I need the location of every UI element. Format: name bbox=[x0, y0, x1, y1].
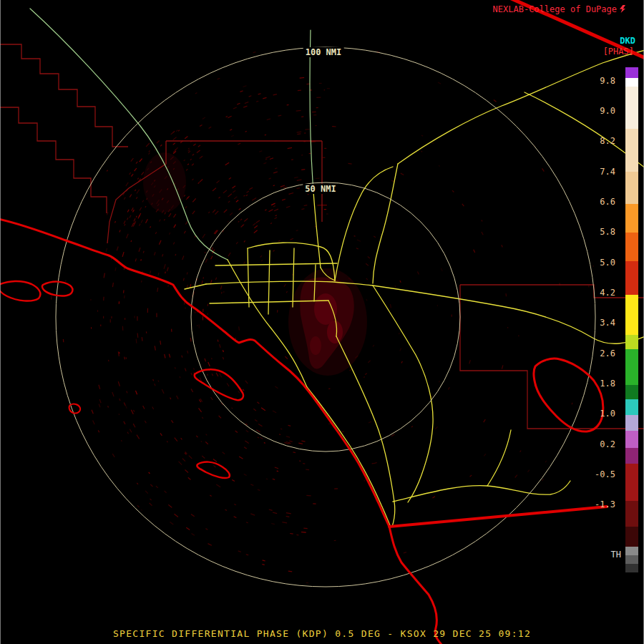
colorbar-tick: 9.0 bbox=[584, 106, 615, 116]
freeway-grid bbox=[248, 248, 249, 307]
radar-display: NEXLAB-College of DuPage DKD [PHAS] TH 9… bbox=[0, 0, 644, 644]
clutter-core bbox=[314, 293, 337, 325]
colorbar-tick: 1.0 bbox=[584, 409, 615, 419]
santa-barbara-island-outline bbox=[69, 404, 81, 414]
highway bbox=[393, 481, 570, 502]
highway bbox=[373, 164, 398, 283]
colorbar-tick: 4.2 bbox=[584, 288, 615, 298]
highway bbox=[487, 430, 511, 486]
radar-map-svg bbox=[0, 0, 644, 644]
colorbar-tick: 1.8 bbox=[584, 379, 615, 389]
colorbar-tick: -0.5 bbox=[584, 469, 615, 479]
colorbar-tick: 3.4 bbox=[584, 318, 615, 328]
san-clemente-island-outline bbox=[197, 462, 230, 478]
colorbar-tick: 0.2 bbox=[584, 439, 615, 449]
freeway-grid bbox=[215, 263, 337, 265]
colorbar-tick: 2.6 bbox=[584, 348, 615, 358]
highway-i5-coastal bbox=[307, 387, 390, 525]
colorbar-tick: 9.8 bbox=[584, 76, 615, 86]
freeway-grid bbox=[268, 250, 270, 314]
channel-islands-outline bbox=[0, 281, 40, 301]
primary-highways bbox=[185, 50, 644, 527]
colorbar-tick: -1.3 bbox=[584, 499, 615, 509]
threshold-label: TH bbox=[611, 550, 621, 560]
highway-101 bbox=[30, 9, 228, 260]
clutter-nw bbox=[143, 152, 186, 213]
colorbar-tick: 5.8 bbox=[584, 227, 615, 237]
colorbar-gradient bbox=[625, 67, 638, 572]
salton-sea-outline bbox=[534, 358, 603, 431]
range-ring-label-50nmi: 50 NMI bbox=[303, 184, 338, 194]
colorbar-tick: 8.2 bbox=[584, 136, 615, 146]
clutter-core bbox=[310, 336, 321, 355]
colorbar-tick: 5.0 bbox=[584, 258, 615, 268]
county-border-steps-1 bbox=[0, 44, 128, 147]
status-bar: SPECIFIC DIFFERENTIAL PHASE (KDP) 0.5 DE… bbox=[0, 628, 644, 639]
brand-label: NEXLAB-College of DuPage bbox=[493, 4, 617, 14]
range-ring-label-100nmi: 100 NMI bbox=[303, 47, 344, 57]
product-code-label: DKD bbox=[620, 36, 635, 46]
brand-text-row: NEXLAB-College of DuPage bbox=[493, 4, 625, 14]
colorbar-tick: 6.6 bbox=[584, 197, 615, 207]
catalina-island-outline bbox=[195, 369, 243, 400]
units-label: [PHAS] bbox=[603, 47, 634, 57]
left-edge-line bbox=[0, 0, 1, 644]
clutter-core bbox=[327, 321, 343, 343]
cod-logo-icon bbox=[620, 5, 625, 13]
county-border-riverside bbox=[460, 285, 644, 298]
highway bbox=[313, 192, 321, 268]
county-border-sandiego bbox=[460, 285, 644, 429]
county-border-steps-2 bbox=[0, 107, 107, 213]
colorbar-tick: 7.4 bbox=[584, 167, 615, 177]
mexico-border-line bbox=[389, 507, 607, 527]
highway bbox=[373, 286, 433, 502]
